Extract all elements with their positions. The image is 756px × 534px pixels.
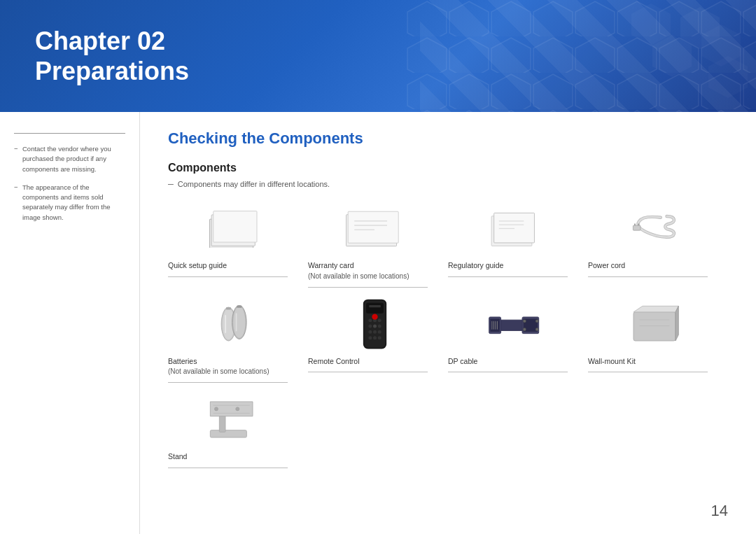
header-banner: Chapter 02 Preparations — [0, 0, 756, 112]
stand-image — [168, 393, 301, 446]
svg-point-39 — [373, 324, 377, 328]
svg-rect-12 — [348, 211, 398, 243]
svg-rect-62 — [634, 312, 676, 341]
svg-point-46 — [377, 336, 381, 339]
svg-point-38 — [368, 324, 372, 328]
svg-point-59 — [536, 319, 538, 322]
svg-rect-10 — [214, 211, 257, 242]
component-remote-control: Remote Control — [308, 298, 448, 394]
svg-point-67 — [214, 407, 218, 411]
sidebar-note-2: The appearance of the components and ite… — [14, 183, 125, 223]
chapter-title: Preparations — [35, 56, 189, 86]
svg-rect-21 — [633, 225, 640, 230]
svg-point-35 — [368, 318, 372, 322]
chapter-number: Chapter 02 — [35, 26, 189, 56]
components-note: Components may differ in different locat… — [168, 180, 728, 188]
batteries-image — [168, 298, 301, 351]
svg-point-45 — [373, 336, 377, 339]
component-wall-mount-kit: Wall-mount Kit — [588, 298, 728, 394]
svg-point-60 — [523, 328, 526, 330]
quick-setup-label: Quick setup guide — [168, 260, 288, 277]
stand-label: Stand — [168, 451, 288, 468]
regulatory-guide-image — [448, 202, 581, 255]
svg-rect-29 — [237, 306, 241, 308]
svg-rect-65 — [210, 430, 246, 437]
svg-rect-17 — [494, 213, 535, 243]
svg-point-47 — [372, 314, 377, 319]
power-cord-image — [588, 202, 721, 255]
svg-point-37 — [377, 318, 381, 322]
component-batteries: Batteries (Not available in some locatio… — [168, 298, 308, 394]
svg-rect-26 — [226, 307, 231, 309]
svg-point-41 — [368, 330, 372, 334]
remote-label: Remote Control — [308, 356, 428, 373]
wall-mount-kit-image — [588, 298, 721, 351]
svg-rect-34 — [366, 302, 384, 313]
batteries-label: Batteries (Not available in some locatio… — [168, 356, 288, 384]
power-cord-label: Power cord — [588, 260, 708, 277]
component-regulatory-guide: Regulatory guide — [448, 202, 588, 298]
component-power-cord: Power cord — [588, 202, 728, 298]
dp-cable-image — [448, 298, 581, 351]
svg-point-58 — [523, 319, 526, 322]
warranty-card-image — [308, 202, 441, 255]
svg-point-28 — [233, 307, 245, 338]
svg-rect-48 — [369, 305, 381, 307]
content-area: Checking the Components Components Compo… — [140, 112, 756, 534]
subsection-title: Components — [168, 162, 728, 174]
warranty-label: Warranty card (Not available in some loc… — [308, 260, 428, 288]
sidebar: Contact the vendor where you purchased t… — [0, 112, 140, 534]
components-grid: Quick setup guide Warranty card (No — [168, 202, 728, 479]
sidebar-note-1: Contact the vendor where you purchased t… — [14, 144, 125, 174]
page-number: 14 — [711, 502, 728, 520]
wall-mount-label: Wall-mount Kit — [588, 356, 708, 373]
main-content: Contact the vendor where you purchased t… — [0, 112, 756, 534]
dp-cable-label: DP cable — [448, 356, 568, 373]
svg-point-68 — [236, 407, 239, 411]
header-text: Chapter 02 Preparations — [35, 26, 189, 86]
svg-point-44 — [368, 336, 372, 339]
sidebar-divider — [14, 133, 125, 134]
svg-point-40 — [377, 324, 381, 328]
svg-point-42 — [373, 330, 377, 334]
svg-rect-66 — [219, 415, 225, 432]
component-quick-setup-guide: Quick setup guide — [168, 202, 308, 298]
section-title: Checking the Components — [168, 129, 728, 148]
regulatory-label: Regulatory guide — [448, 260, 568, 277]
svg-point-61 — [536, 328, 538, 330]
svg-point-43 — [377, 330, 381, 334]
component-warranty-card: Warranty card (Not available in some loc… — [308, 202, 448, 298]
svg-rect-51 — [490, 318, 500, 332]
component-stand: Stand — [168, 393, 308, 479]
remote-control-image — [308, 298, 441, 351]
component-dp-cable: DP cable — [448, 298, 588, 394]
quick-setup-guide-image — [168, 202, 301, 255]
